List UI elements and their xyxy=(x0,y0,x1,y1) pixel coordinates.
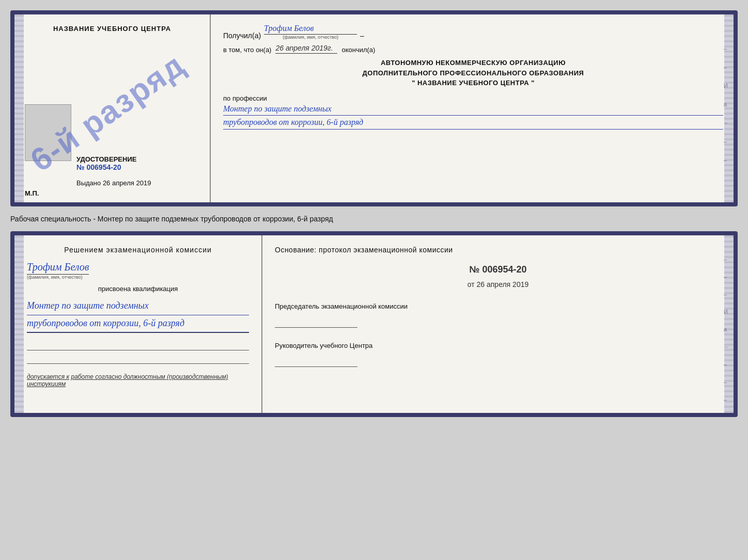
org-line1: АВТОНОМНУЮ НЕКОММЕРЧЕСКУЮ ОРГАНИЗАЦИЮ xyxy=(223,58,723,68)
rukv-sign-line xyxy=(275,355,357,367)
protocol-number: № 006954-20 xyxy=(275,264,721,275)
org-line3: " НАЗВАНИЕ УЧЕБНОГО ЦЕНТРА " xyxy=(223,78,723,88)
cert-top-right: Получил(а) Трофим Белов (фамилия, имя, о… xyxy=(211,14,734,202)
fio-subtitle-bottom: (фамилия, имя, отчество) xyxy=(27,275,83,280)
poluchil-name: Трофим Белов xyxy=(264,24,357,35)
reshen-title: Решением экзаменационной комиссии xyxy=(27,246,249,254)
fio-handwritten: Трофим Белов xyxy=(27,261,89,275)
blank-lines xyxy=(27,340,249,364)
separator-text: Рабочая специальность - Монтер по защите… xyxy=(10,213,738,225)
protocol-date-value: 26 апреля 2019 xyxy=(477,280,529,289)
dopuskaetsya-prefix: допускается к xyxy=(27,373,69,380)
top-certificate: НАЗВАНИЕ УЧЕБНОГО ЦЕНТРА 6-й разряд УДОС… xyxy=(10,10,738,206)
bottom-certificate: Решением экзаменационной комиссии Трофим… xyxy=(10,231,738,417)
cert-bottom-left: Решением экзаменационной комиссии Трофим… xyxy=(14,235,262,413)
prof-name-line1: Монтер по защите подземных xyxy=(223,102,723,116)
vtom-line: в том, что он(а) 26 апреля 2019г. окончи… xyxy=(223,44,723,54)
osnov-title: Основание: протокол экзаменационной коми… xyxy=(275,246,721,254)
poluchil-label: Получил(а) xyxy=(223,31,261,40)
kvalif-line2: трубопроводов от коррозии, 6-й разряд xyxy=(27,315,249,333)
stamp-line2: разряд xyxy=(74,46,191,143)
cert-bottom-right: Основание: протокол экзаменационной коми… xyxy=(262,235,734,413)
cert-top-left: НАЗВАНИЕ УЧЕБНОГО ЦЕНТРА 6-й разряд УДОС… xyxy=(14,14,211,202)
rukv-block: Руководитель учебного Центра xyxy=(275,341,721,367)
poluchil-line: Получил(а) Трофим Белов (фамилия, имя, о… xyxy=(223,24,723,40)
dopuskaetsya-block: допускается к работе согласно должностны… xyxy=(27,373,249,388)
vtom-label: в том, что он(а) xyxy=(223,46,271,54)
ot-label: от xyxy=(467,280,475,289)
kvalif-line1: Монтер по защите подземных xyxy=(27,298,249,315)
dash-top: – xyxy=(360,31,364,40)
fio-bottom-block: Трофим Белов (фамилия, имя, отчество) xyxy=(27,259,249,280)
org-block: АВТОНОМНУЮ НЕКОММЕРЧЕСКУЮ ОРГАНИЗАЦИЮ ДО… xyxy=(223,58,723,88)
chairman-title: Председатель экзаменационной комиссии xyxy=(275,302,721,311)
prisvoena-text: присвоена квалификация xyxy=(27,285,249,293)
rukv-title: Руководитель учебного Центра xyxy=(275,341,721,350)
protocol-date: от 26 апреля 2019 xyxy=(275,280,721,289)
okonchil-label: окончил(а) xyxy=(341,46,375,54)
fio-hint-top: (фамилия, имя, отчество) xyxy=(283,35,338,40)
vtom-date: 26 апреля 2019г. xyxy=(275,44,337,54)
blank-line-2 xyxy=(27,354,249,364)
po-professii-block: по профессии Монтер по защите подземных … xyxy=(223,94,723,130)
side-marks-top: – – И а ← – – xyxy=(724,45,729,163)
org-line2: ДОПОЛНИТЕЛЬНОГО ПРОФЕССИОНАЛЬНОГО ОБРАЗО… xyxy=(223,68,723,78)
kvalif-handwritten: Монтер по защите подземных трубопроводов… xyxy=(27,298,249,333)
side-marks-bottom: – – – И а ← – – – xyxy=(724,256,729,403)
blank-line-1 xyxy=(27,340,249,350)
stamp-text: 6-й разряд xyxy=(24,47,191,179)
prof-name-line2: трубопроводов от коррозии, 6-й разряд xyxy=(223,116,723,130)
mp-block: М.П. xyxy=(25,189,39,197)
po-professii-label: по профессии xyxy=(223,94,723,102)
prof-name: Монтер по защите подземных трубопроводов… xyxy=(223,102,723,130)
diagonal-stamp: 6-й разряд xyxy=(35,40,180,185)
page-wrapper: НАЗВАНИЕ УЧЕБНОГО ЦЕНТРА 6-й разряд УДОС… xyxy=(10,10,738,417)
org-name-top: НАЗВАНИЕ УЧЕБНОГО ЦЕНТРА xyxy=(53,25,171,33)
chairman-sign-line xyxy=(275,315,357,328)
chairman-block: Председатель экзаменационной комиссии xyxy=(275,302,721,328)
